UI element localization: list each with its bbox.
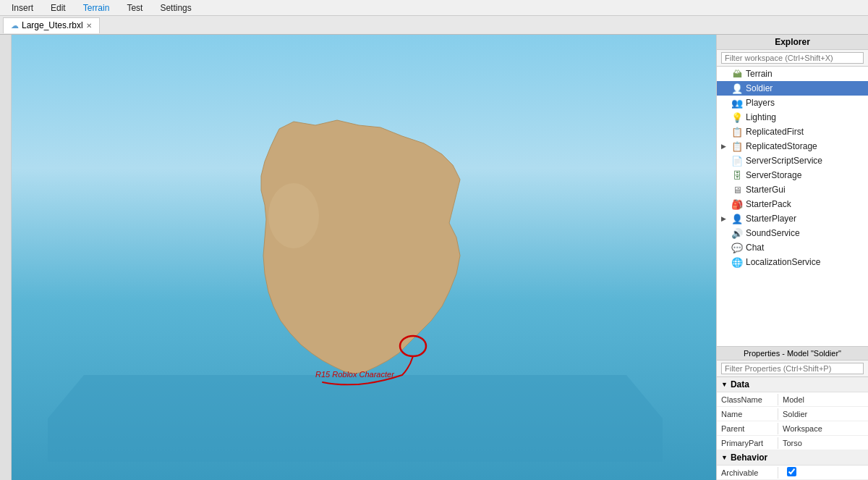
localizationservice-label: LocalizationService: [746, 257, 820, 267]
soldier-label: Soldier: [746, 83, 773, 93]
soundservice-label: SoundService: [746, 228, 800, 238]
prop-archivable-row: Archivable: [717, 466, 868, 480]
tree-item-startergui[interactable]: 🖥 StarterGui: [717, 182, 868, 197]
data-section-arrow: ▼: [721, 381, 728, 388]
menu-settings[interactable]: Settings: [151, 1, 200, 14]
close-tab-button[interactable]: ✕: [86, 22, 92, 30]
data-section-label: Data: [731, 379, 749, 390]
prop-classname-label: ClassName: [717, 394, 778, 405]
prop-classname-value: Model: [778, 394, 868, 405]
tree-item-serverstorage[interactable]: 🗄 ServerStorage: [717, 168, 868, 182]
behavior-section-arrow: ▼: [721, 454, 728, 461]
archivable-checkbox[interactable]: [787, 467, 796, 476]
right-panel: Explorer 🏔 Terrain 👤 Soldier 👥 Players: [716, 35, 868, 480]
soldier-icon: 👤: [731, 83, 743, 94]
prop-primarypart-value: Torso: [778, 437, 868, 449]
tree-item-starterpack[interactable]: 🎒 StarterPack: [717, 197, 868, 211]
tree-item-soundservice[interactable]: 🔊 SoundService: [717, 226, 868, 240]
behavior-section-header[interactable]: ▼ Behavior: [717, 450, 868, 466]
cloud-icon: ☁: [11, 21, 19, 30]
tree-item-soldier[interactable]: 👤 Soldier: [717, 81, 868, 96]
lighting-label: Lighting: [746, 112, 776, 122]
serverscriptservice-label: ServerScriptService: [746, 156, 822, 166]
replicatedstorage-icon: 📋: [731, 140, 743, 152]
filter-workspace-container: [717, 50, 868, 67]
chat-label: Chat: [746, 243, 764, 253]
players-icon: 👥: [731, 97, 743, 109]
prop-parent-row: Parent Workspace: [717, 421, 868, 436]
prop-primarypart-label: PrimaryPart: [717, 437, 778, 449]
soundservice-icon: 🔊: [731, 227, 743, 239]
prop-name-label: Name: [717, 408, 778, 420]
prop-name-value: Soldier: [778, 408, 868, 420]
tree-item-terrain[interactable]: 🏔 Terrain: [717, 67, 868, 81]
localizationservice-icon: 🌐: [731, 256, 743, 268]
menu-test[interactable]: Test: [118, 1, 151, 14]
starterplayer-icon: 👤: [731, 213, 743, 224]
menu-terrain[interactable]: Terrain: [75, 1, 119, 14]
serverstorage-label: ServerStorage: [746, 170, 801, 180]
left-sidebar: [0, 35, 12, 480]
explorer-header: Explorer: [717, 35, 868, 50]
starterplayer-label: StarterPlayer: [746, 214, 796, 224]
expand-arrow-replicatedstorage: ▶: [721, 143, 728, 150]
menu-bar: Insert Edit Terrain Test Settings: [0, 0, 868, 16]
svg-point-2: [268, 183, 319, 248]
tree-item-replicatedfirst[interactable]: 📋 ReplicatedFirst: [717, 125, 868, 139]
viewport[interactable]: R15 Roblox Character: [12, 35, 716, 480]
filter-workspace-input[interactable]: [721, 52, 864, 64]
starterpack-icon: 🎒: [731, 198, 743, 210]
character-label: R15 Roblox Character: [315, 370, 394, 379]
serverstorage-icon: 🗄: [731, 169, 743, 181]
main-container: R15 Roblox Character Explorer 🏔 Terrain …: [0, 35, 868, 480]
chat-icon: 💬: [731, 242, 743, 253]
replicatedfirst-label: ReplicatedFirst: [746, 127, 804, 137]
replicatedstorage-label: ReplicatedStorage: [746, 141, 817, 151]
terrain-label: Terrain: [746, 69, 773, 79]
serverscriptservice-icon: 📄: [731, 155, 743, 167]
menu-insert[interactable]: Insert: [3, 1, 42, 14]
menu-edit[interactable]: Edit: [42, 1, 75, 14]
prop-primarypart-row: PrimaryPart Torso: [717, 436, 868, 450]
prop-classname-row: ClassName Model: [717, 392, 868, 407]
tree-item-localizationservice[interactable]: 🌐 LocalizationService: [717, 255, 868, 269]
behavior-section-label: Behavior: [731, 452, 767, 463]
file-tab[interactable]: ☁ Large_Utes.rbxl ✕: [3, 17, 100, 33]
lighting-icon: 💡: [731, 111, 743, 123]
tree-item-serverscriptservice[interactable]: 📄 ServerScriptService: [717, 153, 868, 168]
tree-item-lighting[interactable]: 💡 Lighting: [717, 110, 868, 125]
tree-item-chat[interactable]: 💬 Chat: [717, 240, 868, 255]
data-section-header[interactable]: ▼ Data: [717, 377, 868, 392]
properties-panel: ▼ Data ClassName Model Name Soldier Pare…: [717, 377, 868, 480]
prop-name-row: Name Soldier: [717, 407, 868, 421]
startergui-icon: 🖥: [731, 184, 743, 195]
prop-parent-value: Workspace: [778, 423, 868, 434]
properties-header: Properties - Model "Soldier": [717, 346, 868, 361]
tree-item-replicatedstorage[interactable]: ▶ 📋 ReplicatedStorage: [717, 139, 868, 153]
startergui-label: StarterGui: [746, 185, 786, 195]
tree-item-players[interactable]: 👥 Players: [717, 96, 868, 110]
tab-bar: ☁ Large_Utes.rbxl ✕: [0, 16, 868, 35]
island-svg: [48, 71, 663, 469]
expand-arrow-starterplayer: ▶: [721, 215, 728, 222]
prop-parent-label: Parent: [717, 423, 778, 434]
explorer-tree[interactable]: 🏔 Terrain 👤 Soldier 👥 Players 💡 Lighting: [717, 67, 868, 346]
filter-properties-input[interactable]: [721, 363, 864, 374]
svg-marker-0: [48, 375, 663, 462]
replicatedfirst-icon: 📋: [731, 126, 743, 138]
terrain-icon: 🏔: [731, 68, 743, 80]
tree-item-starterplayer[interactable]: ▶ 👤 StarterPlayer: [717, 211, 868, 226]
prop-archivable-label: Archivable: [717, 467, 778, 479]
tab-label: Large_Utes.rbxl: [22, 20, 83, 30]
starterpack-label: StarterPack: [746, 199, 791, 209]
players-label: Players: [746, 98, 775, 108]
filter-properties-container: [717, 361, 868, 377]
prop-archivable-value: [778, 466, 868, 479]
